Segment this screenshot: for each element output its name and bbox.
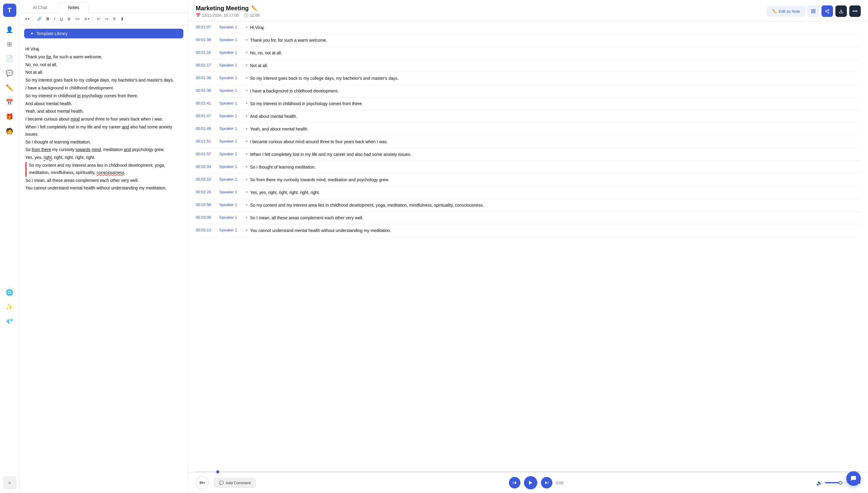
ts-speaker-10[interactable]: Speaker 1 bbox=[219, 151, 243, 156]
ts-chevron-1[interactable]: ▾ bbox=[246, 37, 248, 42]
volume-area: 🔊 bbox=[816, 480, 849, 486]
ts-chevron-7[interactable]: ▾ bbox=[246, 113, 248, 118]
ts-time-5[interactable]: 00:01:38 bbox=[196, 88, 217, 93]
ts-chevron-3[interactable]: ▾ bbox=[246, 63, 248, 67]
ts-time-8[interactable]: 00:01:49 bbox=[196, 126, 217, 131]
skip-forward-btn[interactable] bbox=[541, 477, 552, 489]
redo-btn[interactable]: ↪ bbox=[103, 16, 110, 22]
sidebar-item-person[interactable]: 🧑 bbox=[3, 125, 16, 138]
sidebar-item-diamond[interactable]: 💎 bbox=[3, 315, 16, 328]
ts-speaker-11[interactable]: Speaker 1 bbox=[219, 164, 243, 169]
list-format-btn[interactable]: ≡ ▾ bbox=[23, 16, 31, 22]
ts-chevron-12[interactable]: ▾ bbox=[246, 177, 248, 181]
bold-btn[interactable]: B bbox=[45, 16, 51, 22]
ts-time-1[interactable]: 00:01:08 bbox=[196, 37, 217, 42]
ts-text-8: Yeah, and about mental health. bbox=[250, 126, 861, 132]
tab-ai-chat[interactable]: AI Chat bbox=[23, 2, 57, 13]
ts-chevron-0[interactable]: ▾ bbox=[246, 24, 248, 29]
share-icon-btn[interactable] bbox=[808, 5, 819, 17]
ts-time-0[interactable]: 00:01:07 bbox=[196, 24, 217, 29]
ts-time-7[interactable]: 00:01:47 bbox=[196, 113, 217, 118]
editor-line-8: And about mental health. bbox=[25, 100, 182, 108]
sidebar-item-magic[interactable]: ✨ bbox=[3, 300, 16, 314]
ts-chevron-10[interactable]: ▾ bbox=[246, 151, 248, 156]
ts-time-15[interactable]: 00:03:08 bbox=[196, 215, 217, 220]
ts-speaker-5[interactable]: Speaker 1 bbox=[219, 88, 243, 93]
ts-time-16[interactable]: 00:03:13 bbox=[196, 228, 217, 232]
template-library-btn[interactable]: ✦ Template Library bbox=[24, 29, 183, 38]
progress-bar-container[interactable] bbox=[189, 470, 868, 472]
volume-icon[interactable]: 🔊 bbox=[816, 480, 822, 486]
edit-as-note-btn[interactable]: ✏️ Edit as Note bbox=[767, 6, 805, 16]
ts-chevron-5[interactable]: ▾ bbox=[246, 88, 248, 93]
editor-panel: AI Chat Notes ≡ ▾ 🔗 B I U S <> A ▾ ↩ ↪ ⎘… bbox=[19, 0, 189, 493]
ts-speaker-16[interactable]: Speaker 1 bbox=[219, 228, 243, 232]
ts-speaker-7[interactable]: Speaker 1 bbox=[219, 113, 243, 118]
progress-dot[interactable] bbox=[216, 470, 220, 474]
volume-slider[interactable] bbox=[825, 482, 849, 483]
sidebar-item-calendar[interactable]: 📅 bbox=[3, 95, 16, 109]
ts-speaker-6[interactable]: Speaker 1 bbox=[219, 101, 243, 105]
ts-speaker-8[interactable]: Speaker 1 bbox=[219, 126, 243, 131]
ts-time-2[interactable]: 00:01:16 bbox=[196, 50, 217, 55]
sidebar-item-document[interactable]: 📄 bbox=[3, 52, 16, 65]
ts-time-12[interactable]: 00:02:10 bbox=[196, 177, 217, 181]
ts-chevron-11[interactable]: ▾ bbox=[246, 164, 248, 169]
tab-notes[interactable]: Notes bbox=[58, 2, 89, 13]
link-btn[interactable]: 🔗 bbox=[35, 16, 43, 22]
share-btn[interactable] bbox=[822, 5, 833, 17]
ts-speaker-14[interactable]: Speaker 1 bbox=[219, 202, 243, 207]
ts-chevron-14[interactable]: ▾ bbox=[246, 202, 248, 207]
ts-chevron-15[interactable]: ▾ bbox=[246, 215, 248, 220]
skip-back-btn[interactable] bbox=[509, 477, 520, 489]
ts-chevron-4[interactable]: ▾ bbox=[246, 75, 248, 80]
more-options-btn[interactable]: ••• bbox=[849, 5, 861, 17]
ts-time-14[interactable]: 00:02:58 bbox=[196, 202, 217, 207]
sidebar-item-users[interactable]: 👤 bbox=[3, 23, 16, 36]
ts-chevron-9[interactable]: ▾ bbox=[246, 139, 248, 144]
ts-chevron-8[interactable]: ▾ bbox=[246, 126, 248, 131]
copy-btn[interactable]: ⎘ bbox=[111, 16, 117, 22]
play-btn[interactable] bbox=[524, 476, 537, 489]
ts-speaker-2[interactable]: Speaker 1 bbox=[219, 50, 243, 55]
code-btn[interactable]: <> bbox=[73, 16, 82, 22]
sidebar-expand-btn[interactable]: » bbox=[3, 476, 16, 489]
underline-btn[interactable]: U bbox=[58, 16, 65, 22]
ts-time-9[interactable]: 00:01:51 bbox=[196, 139, 217, 144]
sidebar-item-gift[interactable]: 🎁 bbox=[3, 110, 16, 123]
italic-btn[interactable]: I bbox=[52, 16, 57, 22]
ts-speaker-13[interactable]: Speaker 1 bbox=[219, 189, 243, 194]
ts-time-6[interactable]: 00:01:41 bbox=[196, 101, 217, 105]
ts-speaker-3[interactable]: Speaker 1 bbox=[219, 63, 243, 67]
ts-time-4[interactable]: 00:01:30 bbox=[196, 75, 217, 80]
ts-chevron-16[interactable]: ▾ bbox=[246, 228, 248, 232]
ts-speaker-0[interactable]: Speaker 1 bbox=[219, 24, 243, 29]
font-color-btn[interactable]: A ▾ bbox=[83, 16, 91, 22]
ts-chevron-2[interactable]: ▾ bbox=[246, 50, 248, 55]
ts-speaker-15[interactable]: Speaker 1 bbox=[219, 215, 243, 220]
ts-speaker-4[interactable]: Speaker 1 bbox=[219, 75, 243, 80]
ts-chevron-6[interactable]: ▾ bbox=[246, 101, 248, 105]
volume-knob[interactable] bbox=[839, 481, 842, 485]
ts-time-11[interactable]: 00:02:04 bbox=[196, 164, 217, 169]
ts-speaker-1[interactable]: Speaker 1 bbox=[219, 37, 243, 42]
ts-time-13[interactable]: 00:02:23 bbox=[196, 189, 217, 194]
sidebar-item-chat[interactable]: 💬 bbox=[3, 66, 16, 80]
sidebar-item-edit[interactable]: ✏️ bbox=[3, 81, 16, 94]
ts-speaker-9[interactable]: Speaker 1 bbox=[219, 139, 243, 144]
ts-chevron-13[interactable]: ▾ bbox=[246, 189, 248, 194]
ts-time-3[interactable]: 00:01:17 bbox=[196, 63, 217, 67]
download-btn[interactable]: ⬇ bbox=[119, 16, 126, 22]
ts-time-10[interactable]: 00:01:57 bbox=[196, 151, 217, 156]
undo-btn[interactable]: ↩ bbox=[95, 16, 102, 22]
ts-speaker-12[interactable]: Speaker 1 bbox=[219, 177, 243, 181]
chat-bubble-btn[interactable] bbox=[846, 471, 861, 486]
progress-bar[interactable] bbox=[196, 471, 861, 472]
add-comment-btn[interactable]: 💬 Add Comment bbox=[214, 478, 256, 488]
edit-title-icon[interactable]: ✏️ bbox=[251, 5, 257, 11]
editor-content[interactable]: Hi Viraj. Thank you for, for such a warm… bbox=[19, 41, 188, 493]
strikethrough-btn[interactable]: S bbox=[66, 16, 72, 22]
sidebar-item-translate[interactable]: 🌐 bbox=[3, 286, 16, 299]
download-icon-btn[interactable] bbox=[836, 5, 847, 17]
sidebar-item-grid[interactable]: ⊞ bbox=[3, 38, 16, 51]
